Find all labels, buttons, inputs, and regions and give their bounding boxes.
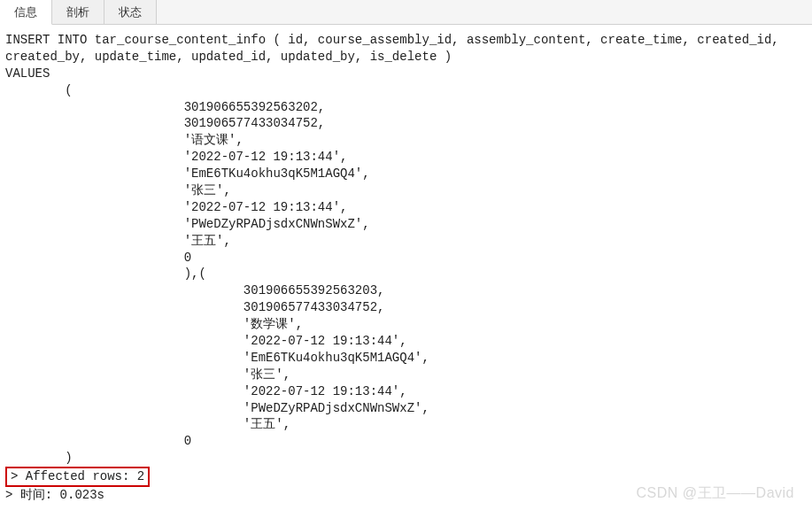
tab-status[interactable]: 状态 xyxy=(104,0,157,24)
sql-line: '张三', xyxy=(5,183,231,197)
tab-profile[interactable]: 剖析 xyxy=(52,0,104,24)
sql-line: 'EmE6TKu4okhu3qK5M1AGQ4', xyxy=(5,351,429,365)
sql-line: '2022-07-12 19:13:44', xyxy=(5,200,347,214)
sql-line: 0 xyxy=(5,434,191,448)
sql-line: '2022-07-12 19:13:44', xyxy=(5,150,347,164)
sql-line: '2022-07-12 19:13:44', xyxy=(5,334,407,348)
affected-rows-text: > Affected rows: 2 xyxy=(11,469,144,483)
sql-line: '2022-07-12 19:13:44', xyxy=(5,384,407,398)
sql-line: '王五', xyxy=(5,417,290,431)
sql-line: 301906655392563203, xyxy=(5,283,384,298)
sql-line: ),( xyxy=(5,267,206,281)
tab-info[interactable]: 信息 xyxy=(0,0,52,25)
sql-line: '王五', xyxy=(5,234,231,248)
execution-time: > 时间: 0.023s xyxy=(5,488,104,502)
sql-line: INSERT INTO tar_course_content_info ( id… xyxy=(5,33,779,47)
affected-rows-highlight: > Affected rows: 2 xyxy=(5,467,150,487)
sql-line: 0 xyxy=(5,251,191,265)
sql-line: ) xyxy=(5,451,73,465)
sql-line: created_by, update_time, updated_id, upd… xyxy=(5,50,452,64)
sql-line: 'PWeDZyRPADjsdxCNWnSWxZ', xyxy=(5,401,429,415)
sql-line: '数学课', xyxy=(5,317,303,331)
sql-line: 301906577433034752, xyxy=(5,300,384,314)
sql-line: 301906577433034752, xyxy=(5,116,325,130)
tab-bar: 信息 剖析 状态 xyxy=(0,0,812,25)
sql-line: 'PWeDZyRPADjsdxCNWnSWxZ', xyxy=(5,217,370,231)
sql-line: 'EmE6TKu4okhu3qK5M1AGQ4', xyxy=(5,166,370,181)
sql-line: ( xyxy=(5,83,73,97)
sql-line: '语文课', xyxy=(5,133,244,147)
sql-line: VALUES xyxy=(5,66,50,81)
sql-line: 301906655392563202, xyxy=(5,100,325,114)
sql-line: '张三', xyxy=(5,367,290,382)
sql-output: INSERT INTO tar_course_content_info ( id… xyxy=(0,25,812,510)
